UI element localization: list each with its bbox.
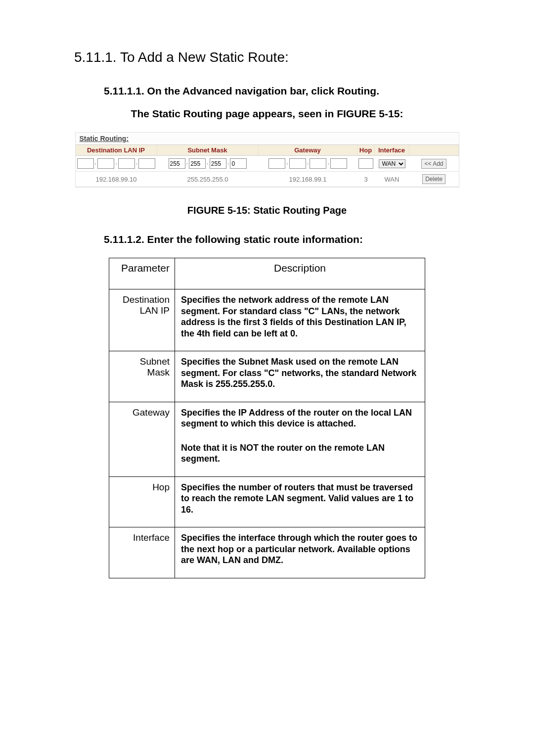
col-header-dest: Destination LAN IP (76, 145, 157, 155)
param-desc: Specifies the Subnet Mask used on the re… (175, 351, 425, 402)
document-page: 5.11.1. To Add a New Static Route: 5.11.… (0, 0, 534, 756)
param-desc: Specifies the interface through which th… (175, 527, 425, 578)
data-if: WAN (375, 175, 409, 184)
subheading-figure-intro: The Static Routing page appears, seen in… (74, 108, 460, 120)
param-header-desc: Description (175, 258, 425, 289)
param-name: Interface (109, 527, 175, 578)
data-mask: 255.255.255.0 (157, 175, 259, 184)
mask-ip-2[interactable] (189, 158, 206, 169)
param-name: Destination LAN IP (109, 289, 175, 351)
data-dest: 192.168.99.10 (76, 175, 157, 184)
param-header-param: Parameter (109, 258, 175, 289)
hop-input[interactable] (358, 158, 373, 169)
table-row: Subnet Mask Specifies the Subnet Mask us… (109, 351, 425, 402)
param-desc: Specifies the network address of the rem… (175, 289, 425, 351)
interface-select[interactable]: WAN (379, 159, 405, 168)
add-button[interactable]: << Add (421, 159, 446, 169)
param-desc: Specifies the number of routers that mus… (175, 476, 425, 527)
mask-ip-3[interactable] (210, 158, 226, 169)
table-row: Interface Specifies the interface throug… (109, 527, 425, 578)
mask-ip-1[interactable] (169, 158, 185, 169)
dest-ip-input[interactable]: . . . (77, 158, 156, 169)
gw-ip-1[interactable] (268, 158, 285, 169)
mask-ip-4[interactable] (230, 158, 247, 169)
heading-5-11-1-1: 5.11.1.1. On the Advanced navigation bar… (104, 85, 460, 97)
dest-ip-2[interactable] (97, 158, 114, 169)
table-row: Gateway Specifies the IP Address of the … (109, 402, 425, 476)
dest-ip-1[interactable] (77, 158, 94, 169)
col-header-if: Interface (375, 145, 409, 155)
gw-ip-3[interactable] (310, 158, 326, 169)
dest-ip-4[interactable] (138, 158, 155, 169)
static-routing-title: Static Routing: (76, 133, 459, 144)
gw-ip-4[interactable] (330, 158, 347, 169)
delete-button[interactable]: Delete (422, 174, 445, 184)
parameter-table: Parameter Description Destination LAN IP… (109, 258, 425, 578)
table-row: Hop Specifies the number of routers that… (109, 476, 425, 527)
heading-5-11-1: 5.11.1. To Add a New Static Route: (74, 49, 460, 65)
routing-input-row: . . . . . . . . . (76, 156, 459, 172)
static-routing-figure: Static Routing: Destination LAN IP Subne… (75, 132, 459, 188)
col-header-gw: Gateway (259, 145, 357, 155)
dest-ip-3[interactable] (118, 158, 135, 169)
table-row: Destination LAN IP Specifies the network… (109, 289, 425, 351)
routing-data-row: 192.168.99.10 255.255.255.0 192.168.99.1… (76, 172, 459, 187)
data-hop: 3 (357, 175, 375, 184)
col-header-hop: Hop (357, 145, 375, 155)
param-name: Gateway (109, 402, 175, 476)
param-note: Note that it is NOT the router on the re… (181, 442, 419, 465)
gw-ip-input[interactable]: . . . (260, 158, 356, 169)
col-header-mask: Subnet Mask (157, 145, 259, 155)
heading-5-11-1-2: 5.11.1.2. Enter the following static rou… (104, 234, 460, 245)
figure-caption: FIGURE 5-15: Static Routing Page (74, 205, 460, 216)
param-name: Hop (109, 476, 175, 527)
col-header-blank (409, 145, 459, 155)
param-name: Subnet Mask (109, 351, 175, 402)
routing-table-header: Destination LAN IP Subnet Mask Gateway H… (76, 144, 459, 156)
gw-ip-2[interactable] (289, 158, 306, 169)
data-gw: 192.168.99.1 (259, 175, 357, 184)
mask-ip-input[interactable]: . . . (158, 158, 258, 169)
param-desc: Specifies the IP Address of the router o… (175, 402, 425, 476)
